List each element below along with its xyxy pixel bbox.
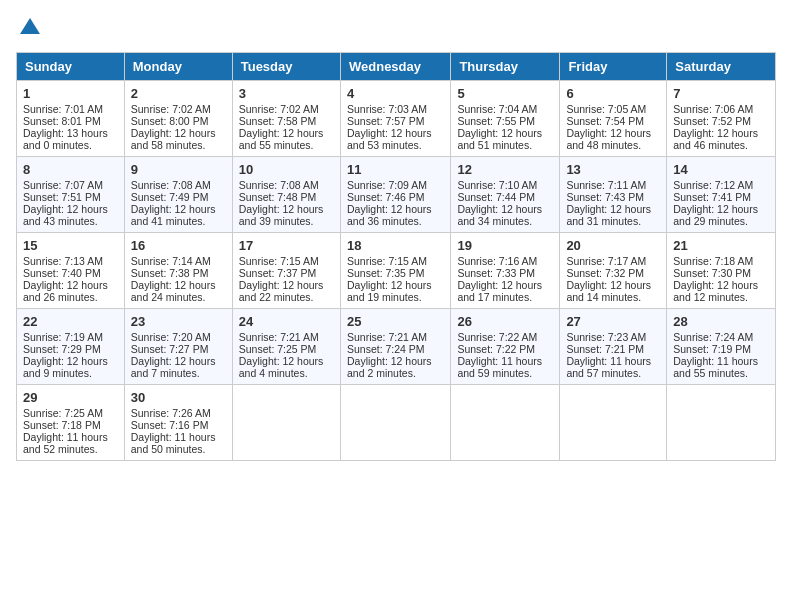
calendar-cell: 11 Sunrise: 7:09 AM Sunset: 7:46 PM Dayl… [340,157,450,233]
daylight-text: Daylight: 12 hours and 4 minutes. [239,355,324,379]
dow-header-wednesday: Wednesday [340,53,450,81]
daylight-text: Daylight: 12 hours and 46 minutes. [673,127,758,151]
day-number: 25 [347,314,444,329]
sunrise-text: Sunrise: 7:17 AM [566,255,646,267]
sunrise-text: Sunrise: 7:03 AM [347,103,427,115]
day-number: 30 [131,390,226,405]
calendar-cell: 4 Sunrise: 7:03 AM Sunset: 7:57 PM Dayli… [340,81,450,157]
sunrise-text: Sunrise: 7:26 AM [131,407,211,419]
calendar-cell: 3 Sunrise: 7:02 AM Sunset: 7:58 PM Dayli… [232,81,340,157]
sunrise-text: Sunrise: 7:04 AM [457,103,537,115]
sunset-text: Sunset: 7:48 PM [239,191,317,203]
calendar-week-1: 1 Sunrise: 7:01 AM Sunset: 8:01 PM Dayli… [17,81,776,157]
logo-icon [18,16,42,40]
daylight-text: Daylight: 12 hours and 19 minutes. [347,279,432,303]
daylight-text: Daylight: 12 hours and 41 minutes. [131,203,216,227]
daylight-text: Daylight: 12 hours and 39 minutes. [239,203,324,227]
calendar-cell [232,385,340,461]
daylight-text: Daylight: 11 hours and 59 minutes. [457,355,542,379]
sunset-text: Sunset: 7:25 PM [239,343,317,355]
daylight-text: Daylight: 12 hours and 9 minutes. [23,355,108,379]
sunrise-text: Sunrise: 7:24 AM [673,331,753,343]
sunset-text: Sunset: 7:16 PM [131,419,209,431]
sunset-text: Sunset: 7:52 PM [673,115,751,127]
sunset-text: Sunset: 7:44 PM [457,191,535,203]
daylight-text: Daylight: 12 hours and 43 minutes. [23,203,108,227]
calendar-body: 1 Sunrise: 7:01 AM Sunset: 8:01 PM Dayli… [17,81,776,461]
daylight-text: Daylight: 12 hours and 48 minutes. [566,127,651,151]
sunrise-text: Sunrise: 7:07 AM [23,179,103,191]
sunset-text: Sunset: 7:21 PM [566,343,644,355]
sunset-text: Sunset: 7:24 PM [347,343,425,355]
dow-header-sunday: Sunday [17,53,125,81]
calendar-cell: 15 Sunrise: 7:13 AM Sunset: 7:40 PM Dayl… [17,233,125,309]
daylight-text: Daylight: 12 hours and 31 minutes. [566,203,651,227]
calendar-cell: 19 Sunrise: 7:16 AM Sunset: 7:33 PM Dayl… [451,233,560,309]
calendar-cell: 10 Sunrise: 7:08 AM Sunset: 7:48 PM Dayl… [232,157,340,233]
daylight-text: Daylight: 12 hours and 36 minutes. [347,203,432,227]
day-number: 9 [131,162,226,177]
calendar-cell: 23 Sunrise: 7:20 AM Sunset: 7:27 PM Dayl… [124,309,232,385]
calendar-cell: 12 Sunrise: 7:10 AM Sunset: 7:44 PM Dayl… [451,157,560,233]
dow-header-tuesday: Tuesday [232,53,340,81]
sunset-text: Sunset: 7:41 PM [673,191,751,203]
dow-header-friday: Friday [560,53,667,81]
daylight-text: Daylight: 11 hours and 55 minutes. [673,355,758,379]
daylight-text: Daylight: 12 hours and 29 minutes. [673,203,758,227]
calendar-week-3: 15 Sunrise: 7:13 AM Sunset: 7:40 PM Dayl… [17,233,776,309]
sunset-text: Sunset: 7:46 PM [347,191,425,203]
sunset-text: Sunset: 7:49 PM [131,191,209,203]
daylight-text: Daylight: 13 hours and 0 minutes. [23,127,108,151]
daylight-text: Daylight: 12 hours and 34 minutes. [457,203,542,227]
calendar-cell: 2 Sunrise: 7:02 AM Sunset: 8:00 PM Dayli… [124,81,232,157]
daylight-text: Daylight: 12 hours and 55 minutes. [239,127,324,151]
sunrise-text: Sunrise: 7:22 AM [457,331,537,343]
calendar-cell: 8 Sunrise: 7:07 AM Sunset: 7:51 PM Dayli… [17,157,125,233]
daylight-text: Daylight: 12 hours and 2 minutes. [347,355,432,379]
sunrise-text: Sunrise: 7:01 AM [23,103,103,115]
sunrise-text: Sunrise: 7:21 AM [239,331,319,343]
daylight-text: Daylight: 12 hours and 51 minutes. [457,127,542,151]
sunset-text: Sunset: 7:43 PM [566,191,644,203]
sunrise-text: Sunrise: 7:18 AM [673,255,753,267]
calendar-cell: 22 Sunrise: 7:19 AM Sunset: 7:29 PM Dayl… [17,309,125,385]
logo [16,16,42,40]
day-number: 29 [23,390,118,405]
day-number: 3 [239,86,334,101]
page-header [16,16,776,40]
day-number: 1 [23,86,118,101]
calendar-cell: 20 Sunrise: 7:17 AM Sunset: 7:32 PM Dayl… [560,233,667,309]
day-number: 20 [566,238,660,253]
calendar-cell [560,385,667,461]
sunset-text: Sunset: 7:35 PM [347,267,425,279]
sunrise-text: Sunrise: 7:12 AM [673,179,753,191]
day-number: 21 [673,238,769,253]
day-number: 22 [23,314,118,329]
sunrise-text: Sunrise: 7:05 AM [566,103,646,115]
sunset-text: Sunset: 7:37 PM [239,267,317,279]
calendar-cell: 25 Sunrise: 7:21 AM Sunset: 7:24 PM Dayl… [340,309,450,385]
daylight-text: Daylight: 12 hours and 12 minutes. [673,279,758,303]
day-number: 18 [347,238,444,253]
sunset-text: Sunset: 7:30 PM [673,267,751,279]
daylight-text: Daylight: 11 hours and 57 minutes. [566,355,651,379]
dow-header-monday: Monday [124,53,232,81]
day-number: 4 [347,86,444,101]
calendar-cell: 24 Sunrise: 7:21 AM Sunset: 7:25 PM Dayl… [232,309,340,385]
sunset-text: Sunset: 7:54 PM [566,115,644,127]
sunrise-text: Sunrise: 7:02 AM [239,103,319,115]
sunset-text: Sunset: 7:32 PM [566,267,644,279]
calendar-cell: 28 Sunrise: 7:24 AM Sunset: 7:19 PM Dayl… [667,309,776,385]
calendar-cell [340,385,450,461]
calendar-week-4: 22 Sunrise: 7:19 AM Sunset: 7:29 PM Dayl… [17,309,776,385]
calendar-cell: 1 Sunrise: 7:01 AM Sunset: 8:01 PM Dayli… [17,81,125,157]
sunrise-text: Sunrise: 7:08 AM [239,179,319,191]
sunrise-text: Sunrise: 7:23 AM [566,331,646,343]
day-number: 23 [131,314,226,329]
calendar-table: SundayMondayTuesdayWednesdayThursdayFrid… [16,52,776,461]
sunset-text: Sunset: 7:29 PM [23,343,101,355]
sunset-text: Sunset: 7:19 PM [673,343,751,355]
calendar-cell: 16 Sunrise: 7:14 AM Sunset: 7:38 PM Dayl… [124,233,232,309]
sunset-text: Sunset: 8:00 PM [131,115,209,127]
sunrise-text: Sunrise: 7:21 AM [347,331,427,343]
